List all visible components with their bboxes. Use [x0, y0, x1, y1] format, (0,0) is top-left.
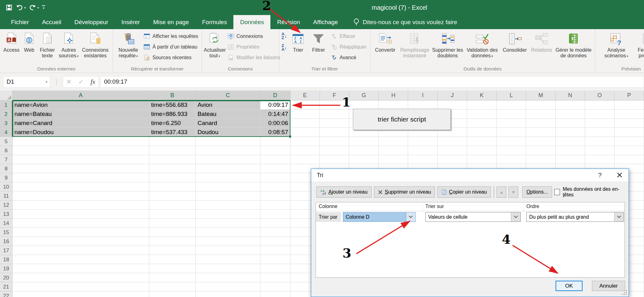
cell-C16[interactable]	[196, 237, 260, 246]
cell-C9[interactable]	[196, 173, 260, 182]
column-header-C[interactable]: C	[196, 91, 260, 101]
row-header-13[interactable]: 13	[0, 210, 13, 219]
cell-D1[interactable]: 0:09:17	[260, 101, 290, 110]
cell-B6[interactable]	[149, 146, 196, 155]
cell-C6[interactable]	[196, 146, 260, 155]
row-header-2[interactable]: 2	[0, 110, 13, 119]
cell-A15[interactable]	[13, 228, 149, 237]
trier-button[interactable]: Z A A Z Trier	[288, 30, 308, 63]
cell-D9[interactable]	[260, 173, 290, 182]
cell-C1[interactable]: Avion	[196, 101, 260, 110]
cell-O5[interactable]	[585, 137, 615, 146]
cell-P6[interactable]	[615, 146, 644, 155]
cell-L5[interactable]	[497, 137, 526, 146]
cell-C15[interactable]	[196, 228, 260, 237]
cell-O1[interactable]	[585, 101, 615, 110]
sources-recentes-button[interactable]: Sources récentes	[142, 52, 200, 63]
cell-C11[interactable]	[196, 191, 260, 201]
column-select[interactable]: Colonne D	[343, 212, 416, 222]
cell-C22[interactable]	[196, 291, 260, 297]
cell-A4[interactable]: name=Doudou	[13, 128, 149, 137]
tab-revision[interactable]: Révision	[270, 15, 306, 29]
row-header-18[interactable]: 18	[0, 255, 13, 264]
cell-P4[interactable]	[615, 128, 644, 137]
column-header-L[interactable]: L	[497, 91, 526, 101]
cell-G7[interactable]	[349, 155, 379, 164]
cell-D15[interactable]	[260, 228, 290, 237]
cell-F4[interactable]	[320, 128, 349, 137]
sort-az-ascending-button[interactable]: AZ↓	[282, 32, 287, 40]
cell-B7[interactable]	[149, 155, 196, 164]
my-data-has-headers-checkbox[interactable]	[554, 189, 560, 195]
select-all-corner[interactable]	[0, 91, 13, 101]
gerer-modele-button[interactable]: Gérer le modèle de données	[554, 30, 593, 63]
cell-D11[interactable]	[260, 191, 290, 201]
cell-M5[interactable]	[526, 137, 556, 146]
cell-A3[interactable]: name=Canard	[13, 119, 149, 128]
cell-E7[interactable]	[290, 155, 320, 164]
row-header-4[interactable]: 4	[0, 128, 13, 137]
cell-B1[interactable]: time=556.683	[149, 101, 196, 110]
access-button[interactable]: A Access	[2, 30, 21, 63]
cell-J1[interactable]	[438, 101, 467, 110]
cell-D20[interactable]	[260, 273, 290, 282]
cell-K1[interactable]	[467, 101, 497, 110]
column-header-D[interactable]: D	[260, 91, 290, 101]
cell-B18[interactable]	[149, 255, 196, 264]
connexions-button[interactable]: Connexions	[226, 31, 282, 42]
cell-A18[interactable]	[13, 255, 149, 264]
cell-C14[interactable]	[196, 219, 260, 228]
fichier-texte-button[interactable]: Fichier texte	[37, 30, 57, 63]
cell-N6[interactable]	[556, 146, 585, 155]
cell-P1[interactable]	[615, 101, 644, 110]
cell-B5[interactable]	[149, 137, 196, 146]
cell-D10[interactable]	[260, 182, 290, 191]
redo-button[interactable]: ▾	[29, 4, 39, 11]
cell-M7[interactable]	[526, 155, 556, 164]
cell-P7[interactable]	[615, 155, 644, 164]
cell-I1[interactable]	[408, 101, 438, 110]
row-header-16[interactable]: 16	[0, 237, 13, 246]
proprietes-button[interactable]: Propriétés	[226, 42, 282, 52]
order-select[interactable]: Du plus petit au plus grand	[526, 212, 624, 222]
column-header-P[interactable]: P	[615, 91, 644, 101]
reappliquer-button[interactable]: Réappliquer	[329, 42, 368, 52]
cell-O7[interactable]	[585, 155, 615, 164]
name-box[interactable]: D1 ▾	[3, 76, 50, 88]
insert-function-icon[interactable]: fx	[91, 78, 95, 86]
cell-D22[interactable]	[260, 291, 290, 297]
web-button[interactable]: Web	[21, 30, 37, 63]
cell-B12[interactable]	[149, 201, 196, 210]
add-level-button[interactable]: + A Z Ajouter un niveau	[316, 186, 372, 198]
cell-O4[interactable]	[585, 128, 615, 137]
column-header-E[interactable]: E	[290, 91, 320, 101]
cell-C2[interactable]: Bateau	[196, 110, 260, 119]
cell-B8[interactable]	[149, 164, 196, 173]
resize-grip[interactable]	[626, 294, 627, 295]
cell-G5[interactable]	[349, 137, 379, 146]
cell-C4[interactable]: Doudou	[196, 128, 260, 137]
cell-C13[interactable]	[196, 210, 260, 219]
cell-M1[interactable]	[526, 101, 556, 110]
cell-B19[interactable]	[149, 264, 196, 273]
cell-J7[interactable]	[438, 155, 467, 164]
cell-B4[interactable]: time=537.433	[149, 128, 196, 137]
cell-D19[interactable]	[260, 264, 290, 273]
cell-D16[interactable]	[260, 237, 290, 246]
cell-E3[interactable]	[290, 119, 320, 128]
cell-H6[interactable]	[379, 146, 408, 155]
row-header-21[interactable]: 21	[0, 282, 13, 291]
cell-C3[interactable]: Canard	[196, 119, 260, 128]
row-header-19[interactable]: 19	[0, 264, 13, 273]
row-header-20[interactable]: 20	[0, 273, 13, 282]
cell-A20[interactable]	[13, 273, 149, 282]
cell-A10[interactable]	[13, 182, 149, 191]
a-partir-tableau-button[interactable]: À partir d’un tableau	[142, 42, 200, 52]
trier-fichier-script-button[interactable]: trier fichier script	[353, 109, 451, 130]
cell-A6[interactable]	[13, 146, 149, 155]
cell-D5[interactable]	[260, 137, 290, 146]
cell-A7[interactable]	[13, 155, 149, 164]
cell-D18[interactable]	[260, 255, 290, 264]
sort-dialog-titlebar[interactable]: Tri ? ✕	[311, 169, 629, 181]
chevron-down-icon[interactable]: ▾	[24, 6, 26, 9]
